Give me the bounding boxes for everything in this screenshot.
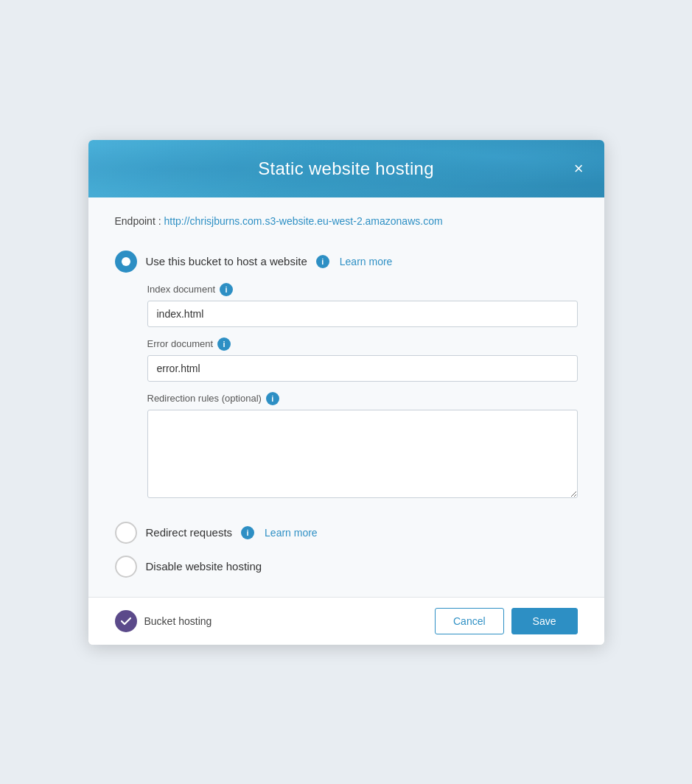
radio-host-website-circle[interactable] (115, 251, 137, 273)
redirection-rules-label: Redirection rules (optional) (147, 393, 262, 404)
radio-option-disable-hosting[interactable]: Disable website hosting (115, 548, 578, 582)
host-website-learn-more-link[interactable]: Learn more (340, 256, 393, 267)
modal-title: Static website hosting (258, 158, 434, 179)
redirection-rules-textarea[interactable] (147, 410, 578, 498)
error-document-label-row: Error document i (147, 337, 578, 351)
save-button[interactable]: Save (511, 608, 578, 634)
host-website-form-section: Index document i Error document i Redire… (147, 283, 578, 511)
index-document-label-row: Index document i (147, 283, 578, 296)
redirect-requests-info-icon[interactable]: i (241, 526, 254, 539)
error-document-label: Error document (147, 338, 214, 349)
static-website-hosting-modal: Static website hosting × Endpoint : http… (88, 140, 604, 645)
radio-host-website-label-row: Use this bucket to host a website i Lear… (146, 255, 393, 268)
host-website-info-icon[interactable]: i (316, 255, 329, 268)
error-document-info-icon[interactable]: i (217, 337, 231, 351)
radio-disable-hosting-label: Disable website hosting (146, 560, 262, 573)
endpoint-row: Endpoint : http://chrisjburns.com.s3-web… (115, 215, 578, 227)
redirection-rules-info-icon[interactable]: i (266, 392, 279, 405)
radio-option-redirect-requests[interactable]: Redirect requests i Learn more (115, 514, 578, 548)
endpoint-label: Endpoint : (115, 215, 161, 227)
redirection-rules-label-row: Redirection rules (optional) i (147, 392, 578, 405)
cancel-button[interactable]: Cancel (435, 608, 504, 634)
index-document-info-icon[interactable]: i (220, 283, 233, 296)
footer-buttons: Cancel Save (435, 608, 578, 634)
radio-redirect-requests-label-row: Redirect requests i Learn more (146, 526, 318, 539)
radio-redirect-requests-circle[interactable] (115, 522, 137, 544)
radio-redirect-requests-label: Redirect requests (146, 526, 233, 539)
radio-disable-hosting-circle[interactable] (115, 556, 137, 578)
redirect-requests-learn-more-link[interactable]: Learn more (265, 527, 318, 539)
radio-group: Use this bucket to host a website i Lear… (115, 243, 578, 582)
modal-body: Endpoint : http://chrisjburns.com.s3-web… (88, 197, 604, 597)
footer-left: Bucket hosting (115, 610, 212, 632)
bucket-hosting-icon (115, 610, 137, 632)
bucket-hosting-label: Bucket hosting (144, 615, 212, 627)
modal-footer: Bucket hosting Cancel Save (88, 597, 604, 645)
modal-header: Static website hosting × (88, 140, 604, 197)
radio-option-host-website[interactable]: Use this bucket to host a website i Lear… (115, 243, 578, 277)
endpoint-link[interactable]: http://chrisjburns.com.s3-website.eu-wes… (164, 215, 442, 227)
checkmark-icon (120, 615, 132, 627)
radio-host-website-label: Use this bucket to host a website (146, 255, 307, 267)
error-document-input[interactable] (147, 355, 578, 382)
index-document-label: Index document (147, 284, 216, 295)
index-document-input[interactable] (147, 301, 578, 327)
close-button[interactable]: × (568, 158, 590, 180)
